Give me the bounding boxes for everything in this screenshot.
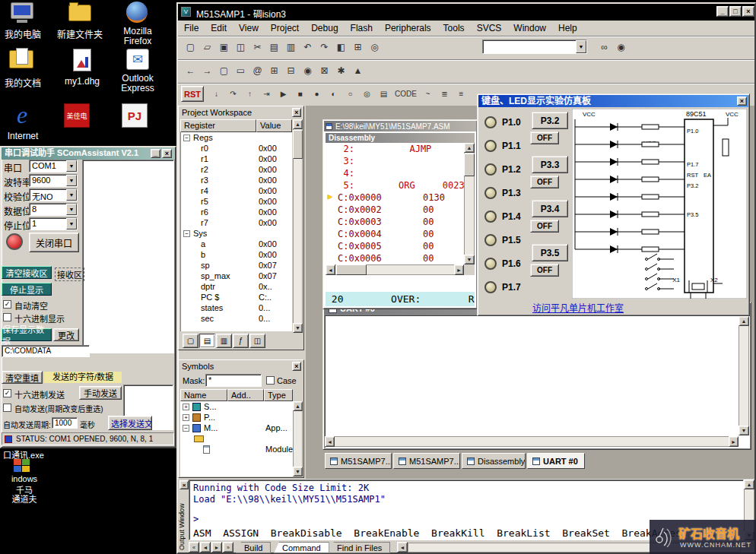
chevron-down-icon[interactable]: ▼ [576, 40, 586, 53]
windows-label-3[interactable]: 通道夫 [0, 492, 49, 505]
redo-icon[interactable]: ↷ [316, 39, 332, 55]
scroll-up-icon[interactable]: ▲ [744, 480, 754, 489]
output-tab-find-in-files[interactable]: Find in Files [329, 542, 390, 553]
my1-dhg-label[interactable]: my1.dhg [58, 76, 106, 87]
menu-item[interactable]: Window [507, 21, 552, 36]
symbol-row[interactable]: + P... [180, 412, 293, 423]
register-row[interactable]: states0... [181, 302, 292, 313]
tab-scroll-first-icon[interactable]: « [189, 542, 199, 552]
uart-hscrollbar[interactable] [325, 436, 739, 447]
windows-flag-icon[interactable] [14, 459, 30, 473]
new-folder-icon[interactable] [68, 5, 91, 21]
key-state-button[interactable]: OFF [530, 176, 559, 188]
serial-stopbits-select[interactable]: 1▼ [29, 217, 78, 230]
clear-refill-button[interactable]: 清空重填 [2, 371, 43, 384]
internet-explorer-icon[interactable]: e [9, 102, 35, 128]
tab-scroll-right-icon[interactable]: ► [211, 542, 222, 552]
step-out-icon[interactable]: ↑ [242, 86, 258, 102]
scroll-down-icon[interactable]: ▼ [464, 255, 475, 264]
led-indicator[interactable] [484, 163, 497, 176]
register-group-regs[interactable]: −Regs [181, 132, 292, 143]
simboard-close-button[interactable]: × [737, 97, 747, 106]
symbols-close-button[interactable]: × [292, 362, 301, 371]
maximize-button[interactable]: □ [729, 6, 742, 17]
close-button[interactable]: × [742, 6, 754, 17]
register-row[interactable]: r50x00 [181, 196, 292, 207]
copy-icon[interactable]: ▤ [266, 39, 282, 55]
undo-icon[interactable]: ↶ [300, 39, 316, 55]
led-indicator[interactable] [484, 258, 497, 270]
output-tab-command[interactable]: Command [274, 542, 329, 553]
serial-close-button[interactable]: × [162, 149, 172, 158]
find-icon[interactable]: ∞ [596, 39, 612, 55]
register-row[interactable]: dptr0x.. [181, 281, 292, 292]
expand-icon[interactable]: + [183, 414, 189, 421]
open-file-icon[interactable]: ▱ [199, 39, 215, 55]
menu-item[interactable]: Project [265, 21, 305, 36]
name-column-header[interactable]: Name [180, 389, 227, 401]
port-key-button[interactable]: P3.5 [532, 244, 568, 261]
change-button[interactable]: 更改 [53, 328, 79, 341]
symbol-row[interactable]: Module [180, 444, 293, 454]
minimize-button[interactable]: _ [716, 6, 729, 17]
build-icon[interactable]: ▲ [350, 62, 366, 78]
my-computer-icon[interactable] [11, 2, 33, 24]
menu-item[interactable]: Edit [205, 21, 233, 36]
save-all-icon[interactable]: ◫ [233, 39, 249, 55]
zoom-icon[interactable]: ◎ [367, 39, 383, 55]
red-app-icon[interactable]: 美佳电 [64, 103, 90, 128]
run-to-cursor-icon[interactable]: ⇥ [259, 86, 275, 102]
windows-label-1[interactable]: indows [0, 474, 49, 483]
symbols-scrollbar[interactable] [293, 401, 303, 476]
save-path-field[interactable]: C:\COMDATA [2, 345, 90, 357]
register-row[interactable]: sec0... [181, 313, 292, 324]
led-indicator[interactable] [484, 234, 497, 246]
my1-dhg-icon[interactable] [73, 49, 91, 71]
stop-icon[interactable]: ■ [292, 86, 308, 102]
breakpoint-icon[interactable]: ● [309, 86, 325, 102]
books-tab-icon[interactable]: ▥ [216, 334, 232, 348]
expand-icon[interactable]: − [183, 425, 189, 432]
led-indicator[interactable] [484, 140, 497, 152]
internet-label[interactable]: Internet [0, 131, 46, 141]
expand-icon[interactable]: + [183, 404, 189, 410]
step-over-icon[interactable]: ↷ [225, 86, 241, 102]
save-data-button[interactable]: 保存显示数据 [2, 328, 52, 341]
templates-tab-icon[interactable]: ◫ [249, 334, 265, 348]
disassembly-content[interactable]: 2: AJMP3:4:5:ORG 0023H C:0x00000130C:0x0… [326, 143, 464, 264]
memory-icon[interactable]: ▤ [376, 86, 392, 102]
cut-icon[interactable]: ✂ [249, 39, 265, 55]
chevron-down-icon[interactable]: ▼ [66, 204, 77, 215]
outlook-label-2[interactable]: Express [113, 83, 163, 93]
serial-minimize-button[interactable]: _ [151, 149, 160, 158]
mask-input[interactable]: * [205, 374, 262, 387]
register-row[interactable]: r00x00 [181, 143, 292, 154]
find-in-files-icon[interactable]: ◉ [613, 39, 629, 55]
register-row[interactable]: r20x00 [181, 164, 292, 175]
scroll-up-icon[interactable]: ▲ [293, 401, 303, 411]
outlook-label-1[interactable]: Outlook [113, 73, 163, 84]
document-icon[interactable]: ▢ [216, 62, 232, 78]
breakpoint-disable-icon[interactable]: ◐ [326, 86, 341, 102]
menu-item[interactable]: Tools [437, 21, 471, 36]
case-checkbox[interactable] [266, 376, 275, 385]
manual-send-button[interactable]: 手动发送 [79, 386, 122, 400]
hex-display-checkbox[interactable] [3, 313, 11, 321]
port-key-button[interactable]: P3.4 [532, 200, 568, 217]
scroll-left-icon[interactable]: ◄ [397, 542, 408, 552]
serial-parity-select[interactable]: 无NO▼ [29, 188, 78, 201]
scroll-up-icon[interactable]: ▲ [464, 143, 475, 153]
grid-icon[interactable]: ⊞ [266, 62, 282, 78]
register-row[interactable]: sp_max0x07 [181, 271, 292, 281]
print-icon[interactable]: ▭ [233, 62, 249, 78]
send-period-field[interactable]: 1000 [52, 417, 78, 429]
scroll-down-icon[interactable]: ▼ [293, 467, 303, 476]
reset-button[interactable]: RST [181, 86, 204, 102]
hex-send-label[interactable]: 十六进制发送 [14, 388, 65, 400]
uart-content[interactable] [324, 315, 750, 448]
chevron-down-icon[interactable]: ▼ [66, 160, 77, 172]
register-row[interactable]: r10x00 [181, 154, 292, 164]
register-row[interactable]: r40x00 [181, 185, 292, 196]
port-key-button[interactable]: P3.3 [532, 156, 568, 173]
type-column-header[interactable]: Type [264, 389, 293, 401]
